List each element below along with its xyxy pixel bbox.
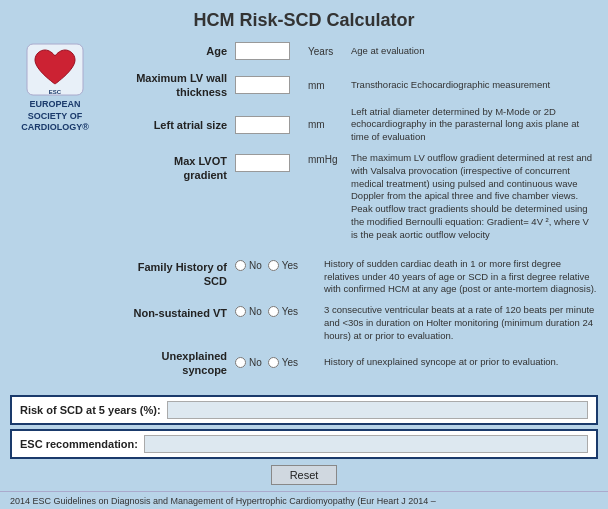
lv-thickness-description: Transthoracic Echocardiographic measurem… (345, 79, 598, 92)
unexplained-syncope-description: History of unexplained syncope at or pri… (318, 356, 598, 369)
non-sustained-vt-radio-cell: No Yes (235, 304, 315, 317)
reset-button[interactable]: Reset (271, 465, 338, 485)
esc-result-input[interactable] (144, 435, 588, 453)
lvot-input-cell (235, 152, 305, 172)
age-label: Age (105, 44, 235, 58)
heart-icon: ESC (25, 42, 85, 97)
svg-text:ESC: ESC (49, 89, 62, 95)
family-history-radio-cell: No Yes (235, 258, 315, 271)
left-atrial-input[interactable] (235, 116, 290, 134)
non-sustained-vt-yes-radio[interactable] (268, 306, 279, 317)
lvot-label: Max LVOTgradient (105, 152, 235, 183)
age-input-cell (235, 42, 305, 60)
age-unit: Years (305, 46, 345, 57)
non-sustained-vt-description: 3 consecutive ventricular beats at a rat… (318, 304, 598, 342)
results-area: Risk of SCD at 5 years (%): ESC recommen… (10, 395, 598, 459)
age-input[interactable] (235, 42, 290, 60)
risk-result-input[interactable] (167, 401, 588, 419)
family-history-row: Family History ofSCD No Yes History of s… (105, 256, 598, 296)
unexplained-syncope-no-radio[interactable] (235, 357, 246, 368)
unexplained-syncope-row: Unexplainedsyncope No Yes History of une… (105, 349, 598, 378)
age-row: Age Years Age at evaluation (105, 37, 598, 65)
esc-label: ESC recommendation: (20, 438, 138, 450)
non-sustained-vt-label: Non-sustained VT (105, 304, 235, 320)
family-history-radio-group: No Yes (235, 260, 302, 271)
left-atrial-row: Left atrial size mm Left atrial diameter… (105, 106, 598, 144)
lvot-unit: mmHg (305, 152, 345, 165)
lvot-gradient-input[interactable] (235, 154, 290, 172)
lv-thickness-input[interactable] (235, 76, 290, 94)
lv-thickness-row: Maximum LV wallthickness mm Transthoraci… (105, 71, 598, 100)
lvot-description: The maximum LV outflow gradient determin… (345, 152, 598, 242)
lv-thickness-unit: mm (305, 80, 345, 91)
unexplained-syncope-yes-radio[interactable] (268, 357, 279, 368)
form-grid: Age Years Age at evaluation Maximum LV w… (105, 37, 598, 377)
footer-text: 2014 ESC Guidelines on Diagnosis and Man… (10, 496, 436, 506)
esc-text-block: EUROPEAN SOCIETY OF CARDIOLOGY® (21, 99, 89, 134)
non-sustained-vt-no-radio[interactable] (235, 306, 246, 317)
left-atrial-input-cell (235, 116, 305, 134)
unexplained-syncope-radio-cell: No Yes (235, 357, 315, 368)
logo-area: ESC EUROPEAN SOCIETY OF CARDIOLOGY® (10, 37, 100, 383)
lv-thickness-label: Maximum LV wallthickness (105, 71, 235, 100)
lv-thickness-input-cell (235, 76, 305, 94)
unexplained-syncope-label: Unexplainedsyncope (105, 349, 235, 378)
left-atrial-label: Left atrial size (105, 118, 235, 132)
reset-area: Reset (0, 465, 608, 485)
family-history-description: History of sudden cardiac death in 1 or … (318, 258, 598, 296)
left-atrial-unit: mm (305, 119, 345, 130)
page-header: HCM Risk-SCD Calculator (0, 0, 608, 37)
content-area: Age Years Age at evaluation Maximum LV w… (100, 37, 598, 383)
risk-label: Risk of SCD at 5 years (%): (20, 404, 161, 416)
page-title: HCM Risk-SCD Calculator (0, 10, 608, 31)
risk-result-row: Risk of SCD at 5 years (%): (10, 395, 598, 425)
lvot-row: Max LVOTgradient mmHg The maximum LV out… (105, 150, 598, 242)
main-container: ESC EUROPEAN SOCIETY OF CARDIOLOGY® Age … (0, 37, 608, 383)
unexplained-syncope-radio-group: No Yes (235, 357, 302, 368)
non-sustained-vt-row: Non-sustained VT No Yes 3 consecutive ve… (105, 302, 598, 342)
age-description: Age at evaluation (345, 45, 598, 58)
esc-logo: ESC EUROPEAN SOCIETY OF CARDIOLOGY® (21, 42, 89, 134)
left-atrial-description: Left atrial diameter determined by M-Mod… (345, 106, 598, 144)
esc-result-row: ESC recommendation: (10, 429, 598, 459)
family-history-no-radio[interactable] (235, 260, 246, 271)
family-history-yes-radio[interactable] (268, 260, 279, 271)
footer: 2014 ESC Guidelines on Diagnosis and Man… (0, 491, 608, 509)
non-sustained-vt-radio-group: No Yes (235, 306, 302, 317)
family-history-label: Family History ofSCD (105, 258, 235, 289)
